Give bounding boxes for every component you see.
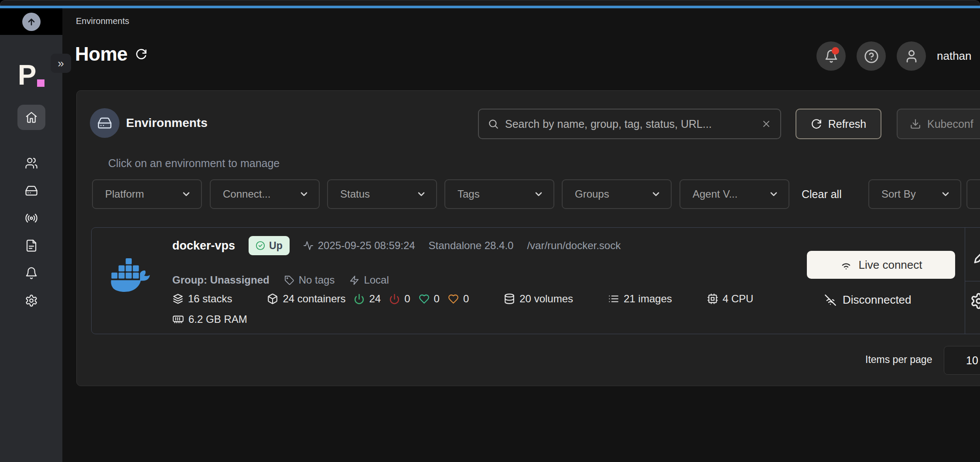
environment-title-row: docker-vps Up 2025-09-25 08:59:24 Standa… bbox=[172, 236, 621, 256]
clear-all-button[interactable]: Clear all bbox=[802, 179, 842, 209]
filter-groups[interactable]: Groups bbox=[562, 179, 672, 209]
help-button[interactable] bbox=[857, 41, 886, 71]
sidebar-item-users[interactable] bbox=[17, 151, 45, 176]
chevron-down-icon bbox=[651, 189, 661, 199]
edit-button[interactable] bbox=[973, 247, 980, 265]
scroll-to-top-button[interactable] bbox=[22, 13, 41, 31]
items-per-page-label: Items per page bbox=[865, 354, 932, 366]
sidebar-expand-button[interactable]: » bbox=[51, 54, 71, 73]
sidebar-item-notifications[interactable] bbox=[17, 260, 45, 286]
tags: No tags bbox=[284, 274, 335, 286]
filter-agent-version[interactable]: Agent V... bbox=[680, 179, 789, 209]
live-connect-button[interactable]: Live connect bbox=[807, 251, 955, 279]
chevron-down-icon bbox=[533, 189, 544, 199]
heart-unhealthy-icon bbox=[448, 294, 459, 305]
username[interactable]: nathan bbox=[937, 49, 972, 63]
volumes-stat[interactable]: 20 volumes bbox=[504, 293, 573, 305]
status-label: Up bbox=[269, 240, 283, 252]
close-icon bbox=[761, 119, 772, 129]
filter-connection-type[interactable]: Connect... bbox=[210, 179, 320, 209]
layers-icon bbox=[172, 293, 184, 305]
sidebar-item-settings[interactable] bbox=[17, 288, 45, 313]
sidebar: P bbox=[0, 8, 62, 462]
environment-stats-row: 16 stacks 24 containers 24 0 0 0 20 volu… bbox=[172, 292, 753, 306]
arrow-up-icon bbox=[26, 17, 37, 27]
sort-by-dropdown[interactable]: Sort By bbox=[868, 179, 961, 209]
app-window: P » Environments Home nathan Envir bbox=[0, 8, 980, 462]
search-icon bbox=[488, 118, 499, 130]
search-box bbox=[478, 109, 781, 139]
sidebar-item-home[interactable] bbox=[17, 105, 45, 130]
stopped-stat[interactable]: 0 bbox=[389, 293, 410, 305]
chevron-down-icon bbox=[768, 189, 779, 199]
filter-tags[interactable]: Tags bbox=[444, 179, 554, 209]
search-clear-button[interactable] bbox=[761, 119, 772, 129]
cpu-count: 4 CPU bbox=[723, 293, 754, 305]
healthy-stat[interactable]: 0 bbox=[419, 293, 440, 305]
tag-icon bbox=[284, 275, 294, 285]
filter-label: Platform bbox=[105, 188, 144, 200]
chevron-down-icon bbox=[181, 189, 191, 199]
sidebar-nav bbox=[17, 105, 45, 313]
home-icon bbox=[25, 111, 38, 124]
check-circle-icon bbox=[256, 241, 265, 250]
sidebar-item-environments[interactable] bbox=[17, 178, 45, 203]
refresh-label: Refresh bbox=[828, 118, 867, 130]
stacks-stat[interactable]: 16 stacks bbox=[172, 293, 232, 305]
sidebar-item-broadcast[interactable] bbox=[17, 205, 45, 231]
refresh-button[interactable]: Refresh bbox=[796, 109, 881, 139]
connection-state-label: Disconnected bbox=[843, 293, 912, 307]
panel-badge bbox=[90, 108, 120, 138]
environments-icon bbox=[97, 116, 112, 130]
user-icon bbox=[904, 49, 919, 64]
portainer-logo[interactable]: P bbox=[18, 49, 45, 88]
zap-icon bbox=[349, 275, 359, 285]
kubeconfig-button[interactable]: Kubeconf bbox=[897, 109, 980, 139]
containers-count: 24 containers bbox=[283, 293, 345, 305]
running-stat[interactable]: 24 bbox=[354, 293, 381, 305]
sort-direction-button[interactable] bbox=[966, 179, 980, 209]
user-menu-button[interactable] bbox=[897, 41, 926, 71]
filter-status[interactable]: Status bbox=[327, 179, 437, 209]
settings-button[interactable] bbox=[970, 292, 980, 311]
header-actions: nathan bbox=[816, 41, 972, 71]
filter-label: Status bbox=[340, 188, 370, 200]
cpu-icon bbox=[707, 293, 718, 305]
pencil-icon bbox=[973, 247, 980, 264]
heart-healthy-icon bbox=[419, 294, 430, 305]
title-refresh-button[interactable] bbox=[135, 48, 147, 60]
download-icon bbox=[910, 118, 921, 130]
images-stat[interactable]: 21 images bbox=[608, 293, 672, 305]
logo-letter: P bbox=[18, 63, 36, 88]
stopped-count: 0 bbox=[404, 293, 410, 305]
filter-platform[interactable]: Platform bbox=[92, 179, 202, 209]
unhealthy-stat[interactable]: 0 bbox=[448, 293, 469, 305]
search-input[interactable] bbox=[505, 118, 755, 130]
notifications-button[interactable] bbox=[816, 41, 846, 71]
list-icon bbox=[608, 293, 619, 305]
database-icon bbox=[504, 293, 515, 305]
environment-name[interactable]: docker-vps bbox=[172, 239, 235, 253]
containers-stat[interactable]: 24 containers bbox=[267, 293, 345, 305]
environment-card[interactable]: docker-vps Up 2025-09-25 08:59:24 Standa… bbox=[91, 227, 980, 334]
panel-subtitle: Click on an environment to manage bbox=[108, 157, 280, 170]
connection-type: Local bbox=[349, 274, 389, 286]
main-content: Environments Home nathan Environments Re… bbox=[62, 8, 980, 462]
sidebar-item-logs[interactable] bbox=[17, 233, 45, 258]
sidebar-top-area bbox=[0, 8, 62, 35]
page-size-select[interactable]: 10 bbox=[944, 346, 980, 375]
environment-url: /var/run/docker.sock bbox=[527, 240, 621, 252]
chevron-down-icon bbox=[940, 189, 951, 199]
connection-type-label: Local bbox=[364, 274, 389, 286]
filter-label: Agent V... bbox=[693, 188, 738, 200]
filter-label: Connect... bbox=[223, 188, 270, 200]
volumes-count: 20 volumes bbox=[519, 293, 573, 305]
filter-label: Groups bbox=[575, 188, 609, 200]
page-size-value: 10 bbox=[966, 354, 978, 367]
breadcrumb: Environments bbox=[76, 16, 129, 26]
group-label: Group: Unassigned bbox=[172, 274, 270, 286]
title-row: Home bbox=[75, 43, 147, 65]
bell-icon bbox=[25, 267, 38, 280]
sort-by-label: Sort By bbox=[881, 188, 916, 200]
refresh-icon bbox=[811, 118, 822, 130]
